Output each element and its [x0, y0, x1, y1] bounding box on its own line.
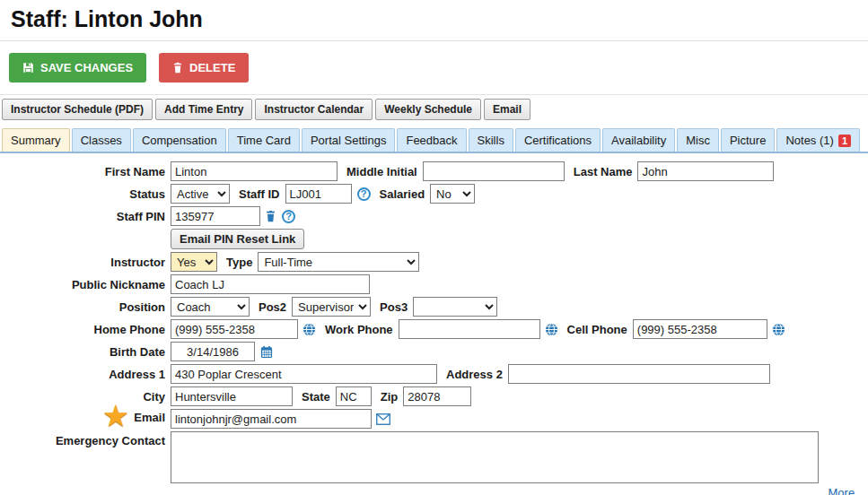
- tab-misc[interactable]: Misc: [677, 128, 719, 152]
- instructor-row: Instructor Yes Type Full-Time: [0, 252, 868, 272]
- last-name-input[interactable]: [637, 161, 774, 181]
- city-input[interactable]: [171, 386, 293, 406]
- work-phone-globe-icon[interactable]: [545, 323, 558, 336]
- position-select[interactable]: Coach: [171, 297, 250, 317]
- toolbar-button-instructor-schedule-pdf[interactable]: Instructor Schedule (PDF): [2, 99, 153, 120]
- tab-notes-label: Notes (1): [785, 134, 833, 147]
- notes-count-badge: 1: [838, 135, 851, 147]
- position-label: Position: [0, 300, 171, 314]
- birth-date-input[interactable]: [171, 342, 255, 361]
- state-input[interactable]: [336, 386, 372, 406]
- tab-feedback-label: Feedback: [406, 134, 457, 147]
- first-name-label: First Name: [0, 165, 171, 178]
- position-row: Position Coach Pos2 Supervisor Pos3: [0, 297, 868, 317]
- instructor-select[interactable]: Yes: [171, 252, 217, 272]
- cell-phone-globe-icon[interactable]: [772, 323, 785, 336]
- secondary-toolbar: Instructor Schedule (PDF) Add Time Entry…: [0, 95, 868, 124]
- tab-picture-label: Picture: [730, 134, 766, 147]
- type-label: Type: [226, 256, 252, 269]
- staff-pin-help-icon[interactable]: ?: [282, 210, 295, 223]
- staff-pin-row: Staff PIN ?: [0, 206, 868, 226]
- tab-portal-settings[interactable]: Portal Settings: [302, 128, 396, 152]
- public-nickname-input[interactable]: [171, 274, 370, 294]
- last-name-label: Last Name: [574, 165, 633, 178]
- cell-phone-label: Cell Phone: [567, 323, 627, 336]
- pos2-label: Pos2: [259, 300, 286, 314]
- instructor-label: Instructor: [0, 256, 171, 269]
- instructor-type-select[interactable]: Full-Time: [258, 252, 419, 272]
- tab-summary-label: Summary: [11, 134, 61, 147]
- tab-skills[interactable]: Skills: [469, 128, 513, 152]
- calendar-icon[interactable]: [259, 345, 274, 359]
- staff-id-input[interactable]: [285, 184, 352, 204]
- status-select[interactable]: Active: [171, 184, 230, 204]
- address1-input[interactable]: [171, 364, 437, 384]
- tab-summary[interactable]: Summary: [2, 128, 70, 152]
- emergency-contact-textarea[interactable]: [171, 431, 819, 483]
- tab-certifications-label: Certifications: [524, 134, 592, 147]
- pos3-label: Pos3: [380, 300, 408, 314]
- salaried-select[interactable]: No: [430, 184, 475, 204]
- trash-icon: [172, 62, 183, 74]
- pos3-select[interactable]: [413, 297, 497, 317]
- staff-pin-label: Staff PIN: [0, 210, 171, 223]
- home-phone-label: Home Phone: [0, 323, 171, 336]
- city-state-zip-row: City State Zip: [0, 386, 868, 406]
- tab-availability-label: Availability: [611, 134, 666, 147]
- toolbar-button-instructor-calendar[interactable]: Instructor Calendar: [255, 99, 373, 120]
- delete-label: DELETE: [189, 61, 235, 74]
- more-row: More...: [0, 486, 868, 495]
- work-phone-label: Work Phone: [325, 323, 393, 336]
- toolbar-button-add-time-entry[interactable]: Add Time Entry: [155, 99, 252, 120]
- emergency-contact-label: Emergency Contact: [0, 431, 171, 447]
- star-icon: ★: [103, 408, 127, 424]
- tab-compensation[interactable]: Compensation: [133, 128, 226, 152]
- birth-date-label: Birth Date: [0, 345, 171, 359]
- phones-row: Home Phone Work Phone Cell Phone: [0, 319, 868, 339]
- middle-initial-input[interactable]: [423, 161, 565, 181]
- zip-input[interactable]: [403, 386, 471, 406]
- email-input[interactable]: [171, 409, 372, 429]
- save-changes-label: SAVE CHANGES: [40, 61, 133, 74]
- tab-misc-label: Misc: [686, 134, 710, 147]
- work-phone-input[interactable]: [399, 319, 540, 339]
- more-link[interactable]: More...: [829, 486, 864, 495]
- tab-feedback[interactable]: Feedback: [397, 128, 466, 152]
- tab-classes[interactable]: Classes: [72, 128, 131, 152]
- cell-phone-input[interactable]: [633, 319, 767, 339]
- pos2-select[interactable]: Supervisor: [292, 297, 371, 317]
- tab-compensation-label: Compensation: [142, 134, 217, 147]
- staff-id-help-icon[interactable]: ?: [357, 187, 371, 201]
- status-row: Status Active Staff ID ? Salaried No: [0, 184, 868, 204]
- birth-date-row: Birth Date: [0, 342, 868, 361]
- staff-pin-delete-icon[interactable]: [265, 210, 276, 222]
- delete-button[interactable]: DELETE: [159, 53, 249, 82]
- name-row: First Name Middle Initial Last Name: [0, 161, 868, 181]
- toolbar-button-email[interactable]: Email: [484, 99, 530, 120]
- tab-time-card-label: Time Card: [237, 134, 291, 147]
- tab-time-card[interactable]: Time Card: [228, 128, 300, 152]
- tab-availability[interactable]: Availability: [602, 128, 675, 152]
- email-label: Email: [134, 411, 165, 424]
- tab-notes[interactable]: Notes (1) 1: [776, 128, 860, 152]
- tab-picture[interactable]: Picture: [721, 128, 775, 152]
- city-label: City: [0, 390, 171, 404]
- home-phone-input[interactable]: [171, 319, 298, 339]
- address2-input[interactable]: [508, 364, 770, 384]
- email-pin-reset-button[interactable]: Email PIN Reset Link: [171, 229, 304, 249]
- email-label-cell: ★Email: [0, 411, 171, 427]
- toolbar-button-weekly-schedule[interactable]: Weekly Schedule: [375, 99, 481, 120]
- middle-initial-label: Middle Initial: [346, 165, 417, 178]
- state-label: State: [302, 390, 330, 404]
- emergency-contact-row: Emergency Contact: [0, 431, 868, 483]
- status-label: Status: [0, 187, 171, 201]
- home-phone-globe-icon[interactable]: [302, 323, 316, 336]
- page-title: Staff: Linton John: [11, 6, 857, 32]
- tab-certifications[interactable]: Certifications: [515, 128, 601, 152]
- save-changes-button[interactable]: SAVE CHANGES: [9, 53, 146, 82]
- public-nickname-label: Public Nickname: [0, 278, 171, 291]
- tab-portal-settings-label: Portal Settings: [311, 134, 387, 147]
- email-envelope-icon[interactable]: [376, 413, 390, 425]
- first-name-input[interactable]: [171, 161, 338, 181]
- staff-pin-input[interactable]: [171, 206, 260, 226]
